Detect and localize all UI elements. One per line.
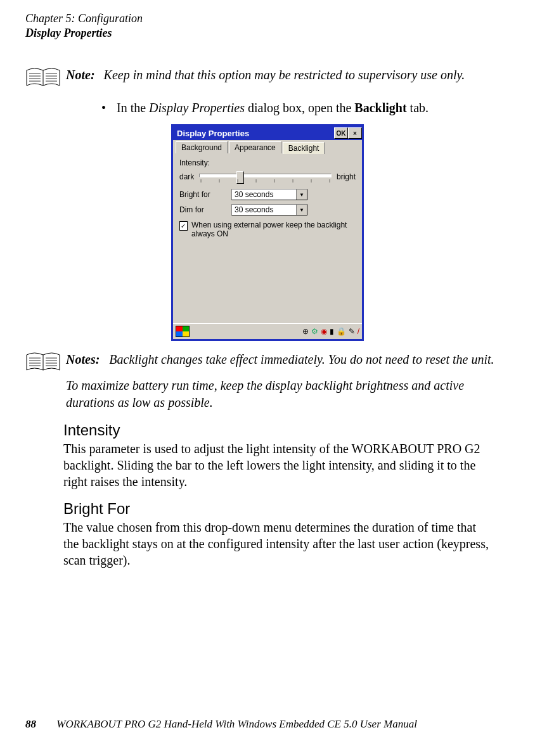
close-button[interactable]: × [348,127,362,139]
bullet-pre: In the [117,101,149,115]
tray-icon[interactable]: ✎ [349,327,355,336]
bullet-mid: dialog box, open the [245,101,354,115]
display-properties-dialog: Display Properties OK × Background Appea… [171,124,364,341]
ok-button[interactable]: OK [334,127,348,139]
footer-title: WORKABOUT PRO G2 Hand-Held With Windows … [56,718,417,730]
external-power-label: When using external power keep the backl… [191,221,356,238]
heading-intensity: Intensity [63,421,510,439]
taskbar: ⊕ ⚙ ◉ ▮ 🔒 ✎ / [173,323,362,339]
chevron-down-icon[interactable]: ▼ [296,189,307,200]
notes-p2: To maximize battery run time, keep the d… [66,378,464,409]
titlebar: Display Properties OK × [173,126,362,140]
slider-dark-label: dark [179,172,194,181]
tray-icon[interactable]: 🔒 [337,327,346,336]
tray-icon[interactable]: ⊕ [302,327,309,336]
bright-for-label: Bright for [179,190,226,199]
para-intensity: This parameter is used to adjust the lig… [63,440,491,490]
tab-backlight[interactable]: Backlight [283,142,325,154]
intensity-slider[interactable]: |||||||| [199,171,332,183]
bullet-item: • In the Display Properties dialog box, … [101,101,510,115]
tray-icon[interactable]: ▮ [330,327,334,336]
bright-for-value: 30 seconds [232,190,296,199]
tab-background[interactable]: Background [176,141,228,153]
dialog-title: Display Properties [177,129,249,138]
dim-for-value: 30 seconds [232,205,296,214]
tab-appearance[interactable]: Appearance [229,141,281,153]
intensity-label: Intensity: [179,158,356,167]
systray: ⊕ ⚙ ◉ ▮ 🔒 ✎ / [302,327,359,336]
slider-bright-label: bright [337,172,356,181]
page-number: 88 [25,718,36,730]
notes-label: Notes: [66,352,100,366]
bullet-italic: Display Properties [149,101,245,115]
chapter-line: Chapter 5: Configuration [25,11,510,26]
tray-icon[interactable]: / [358,327,359,336]
dim-for-dropdown[interactable]: 30 seconds ▼ [231,204,307,215]
note-text: Keep in mind that this option may be res… [104,68,465,82]
tray-icon[interactable]: ◉ [321,327,327,336]
tabs-row: Background Appearance Backlight [173,140,362,153]
para-bright-for: The value chosen from this drop-down men… [63,519,491,568]
tray-icon[interactable]: ⚙ [311,327,318,336]
bright-for-dropdown[interactable]: 30 seconds ▼ [231,189,307,200]
chevron-down-icon[interactable]: ▼ [296,205,307,215]
book-icon [25,67,61,89]
note-label: Note: [66,68,95,82]
dim-for-label: Dim for [179,205,226,214]
book-icon [25,351,61,374]
footer: 88 WORKABOUT PRO G2 Hand-Held With Windo… [25,718,417,731]
notes-block: Notes: Backlight changes take effect imm… [25,351,510,411]
section-line: Display Properties [25,26,510,41]
bullet-post: tab. [407,101,429,115]
bullet-dot: • [101,101,117,115]
start-icon[interactable] [176,326,190,337]
tab-body: Intensity: dark |||||||| bright Bright f… [173,153,362,323]
notes-p1: Backlight changes take effect immediatel… [109,352,494,366]
bullet-bold: Backlight [354,101,406,115]
heading-bright-for: Bright For [63,500,510,518]
note-block: Note: Keep in mind that this option may … [25,67,510,89]
external-power-checkbox[interactable]: ✓ [179,221,188,231]
